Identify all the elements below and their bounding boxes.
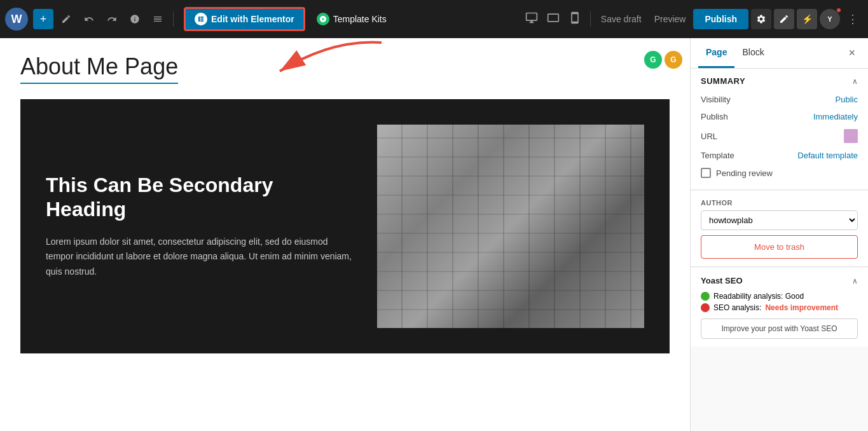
- tablet-icon[interactable]: [543, 9, 563, 30]
- author-section: AUTHOR howtowplab Move to trash: [691, 191, 868, 267]
- url-label: URL: [701, 132, 717, 141]
- publish-row: Publish Immediately: [701, 108, 858, 125]
- edit-icon[interactable]: [774, 9, 794, 29]
- main-area: About Me Page G G This Can Be Secondary …: [0, 38, 868, 431]
- improve-yoast-button[interactable]: Improve your post with Yoast SEO: [701, 318, 858, 339]
- device-icons: [521, 9, 585, 30]
- author-label: AUTHOR: [701, 199, 858, 207]
- toolbar-right-icons: ⚡ Y ⋮: [751, 9, 863, 29]
- seo-item: SEO analysis: Needs improvement: [701, 302, 858, 313]
- readability-dot: [701, 292, 710, 301]
- more-menu-icon[interactable]: ⋮: [843, 9, 863, 29]
- right-panel: Page Block × Summary ∧ Visibility Public…: [690, 38, 868, 431]
- hero-paragraph: Lorem ipsum dolor sit amet, consectetur …: [46, 235, 352, 280]
- seo-dot: [701, 303, 710, 312]
- edit-elementor-label: Edit with Elementor: [211, 14, 294, 24]
- readability-item: Readability analysis: Good: [701, 291, 858, 302]
- toolbar: W + Edit with Elementor Template Kits: [0, 0, 868, 38]
- yoast-chevron[interactable]: ∧: [852, 277, 858, 285]
- page-title[interactable]: About Me Page: [20, 53, 178, 84]
- summary-chevron[interactable]: ∧: [852, 77, 858, 86]
- hero-heading: This Can Be Secondary Heading: [46, 173, 352, 222]
- sep2: [590, 11, 591, 27]
- url-row: URL: [701, 125, 858, 147]
- preview-button[interactable]: Preview: [649, 11, 691, 27]
- thunder-icon[interactable]: ⚡: [797, 9, 817, 29]
- building-graphic: [377, 125, 644, 328]
- seo-label-prefix: SEO analysis:: [713, 303, 761, 312]
- desktop-icon[interactable]: [521, 9, 542, 30]
- separator: [173, 11, 174, 27]
- summary-title: Summary: [701, 76, 745, 86]
- save-draft-button[interactable]: Save draft: [596, 11, 647, 27]
- visibility-value[interactable]: Public: [836, 95, 858, 104]
- svg-rect-2: [201, 18, 204, 20]
- add-button[interactable]: +: [33, 9, 53, 29]
- undo-button[interactable]: [79, 9, 99, 29]
- template-kits-button[interactable]: Template Kits: [308, 8, 396, 31]
- tab-page[interactable]: Page: [698, 38, 734, 68]
- publish-button[interactable]: Publish: [693, 9, 748, 29]
- pending-review-row: Pending review: [701, 164, 858, 182]
- move-to-trash-button[interactable]: Move to trash: [701, 235, 858, 259]
- yoast-title: Yoast SEO: [701, 276, 743, 285]
- pending-review-label: Pending review: [716, 168, 773, 178]
- template-kits-icon: [317, 13, 329, 25]
- edit-elementor-button[interactable]: Edit with Elementor: [184, 7, 305, 31]
- summary-section: Summary ∧ Visibility Public Publish Imme…: [691, 69, 868, 190]
- template-row: Template Default template: [701, 147, 858, 164]
- url-color-box: [844, 129, 858, 143]
- list-button[interactable]: [148, 9, 168, 29]
- redo-button[interactable]: [102, 9, 122, 29]
- yoast-icon[interactable]: Y: [820, 9, 840, 29]
- editor-area: About Me Page G G This Can Be Secondary …: [0, 38, 690, 431]
- visibility-row: Visibility Public: [701, 91, 858, 108]
- avatar-2: G: [665, 51, 682, 69]
- tab-block[interactable]: Block: [734, 38, 771, 68]
- template-value[interactable]: Default template: [797, 151, 858, 160]
- publish-value[interactable]: Immediately: [813, 112, 858, 121]
- template-kits-label: Template Kits: [333, 14, 387, 24]
- panel-tabs: Page Block ×: [691, 38, 868, 69]
- svg-rect-0: [198, 17, 200, 22]
- editor-avatars: G G: [644, 51, 682, 69]
- yoast-section: Yoast SEO ∧ Readability analysis: Good S…: [691, 268, 868, 346]
- visibility-label: Visibility: [701, 95, 731, 104]
- info-button[interactable]: [125, 9, 145, 29]
- hero-image: [377, 125, 644, 328]
- template-label: Template: [701, 151, 734, 160]
- pen-button[interactable]: [56, 9, 76, 29]
- pending-review-checkbox[interactable]: [701, 168, 711, 178]
- avatar-1: G: [644, 51, 662, 69]
- svg-rect-1: [201, 17, 204, 18]
- publish-label: Publish: [701, 112, 728, 121]
- seo-value: Needs improvement: [765, 303, 838, 312]
- hero-text: This Can Be Secondary Heading Lorem ipsu…: [46, 173, 352, 280]
- svg-rect-3: [201, 20, 204, 22]
- wp-logo[interactable]: W: [5, 8, 28, 31]
- panel-close-button[interactable]: ×: [843, 38, 860, 68]
- author-select[interactable]: howtowplab: [701, 210, 858, 230]
- settings-icon[interactable]: [751, 9, 771, 29]
- readability-label: Readability analysis: Good: [713, 292, 804, 301]
- hero-block[interactable]: This Can Be Secondary Heading Lorem ipsu…: [20, 99, 670, 353]
- elementor-icon: [195, 13, 207, 25]
- mobile-icon[interactable]: [565, 9, 585, 30]
